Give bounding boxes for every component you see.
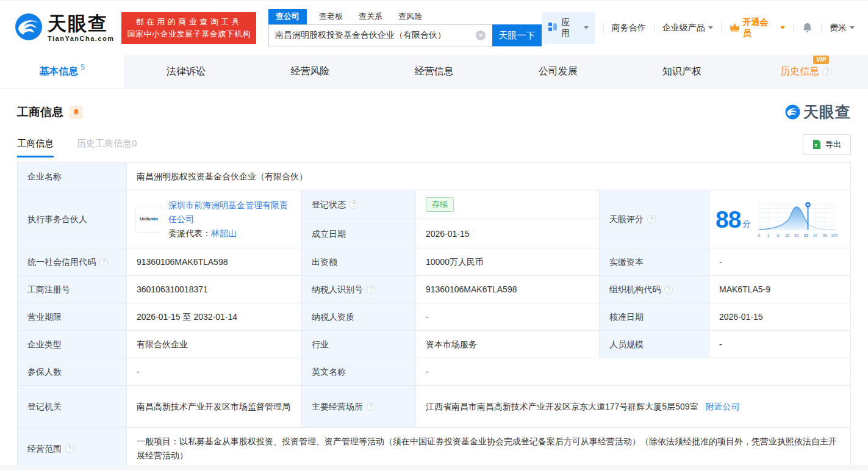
tianyancha-logo[interactable]: 天眼查 TianYanCha.com <box>15 13 114 43</box>
partner-logo[interactable]: Unilumin <box>135 206 162 233</box>
english-name-value: - <box>416 358 850 385</box>
insured-count-value: - <box>127 358 302 385</box>
help-icon[interactable] <box>367 285 375 294</box>
search-button[interactable]: 天眼一下 <box>492 24 542 46</box>
table-row: 企业类型 有限合伙企业 行业 资本市场服务 人员规模 - <box>18 331 850 358</box>
apps-menu[interactable]: 应用 <box>542 12 595 44</box>
search-tab-relation[interactable]: 查关系 <box>359 11 382 24</box>
main-content: 工商信息 天眼查 工商信息 历史工商信息0 x 导出 <box>0 102 868 470</box>
taxpayer-id-label: 纳税人识别号 <box>302 276 416 303</box>
open-vip-menu[interactable]: 开通会员 <box>730 17 786 39</box>
tab-legal-litigation[interactable]: 法律诉讼 <box>124 55 248 88</box>
tab-basic-info[interactable]: 基本信息 5 <box>0 55 124 88</box>
established-date-value: 2026-01-15 <box>416 219 600 248</box>
tianyan-score-label: 天眼评分 <box>600 190 709 248</box>
business-cooperation-link[interactable]: 商务合作 <box>612 23 646 34</box>
svg-text:85: 85 <box>804 233 809 237</box>
taxpayer-quality-value: - <box>416 303 600 330</box>
logo-title: 天眼查 <box>48 14 114 34</box>
executive-partner-cell: Unilumin 深圳市前海洲明基金管理有限责任公司 委派代表：林韶山 <box>127 190 302 248</box>
status-badge: 存续 <box>426 197 454 212</box>
taxpayer-quality-label: 纳税人资质 <box>302 303 416 330</box>
logo-subtitle: TianYanCha.com <box>48 35 114 42</box>
svg-text:50: 50 <box>795 233 800 237</box>
taxpayer-id-value: 91360106MAK6TLA598 <box>416 276 600 303</box>
tab-operation-risk[interactable]: 经营风险 <box>248 55 372 88</box>
representative-label: 委派代表： <box>168 228 211 238</box>
search-tabs: 查公司 查老板 查关系 查风险 <box>268 9 542 24</box>
subtab-history-business-info[interactable]: 历史工商信息0 <box>77 138 137 157</box>
help-icon[interactable] <box>664 285 673 294</box>
export-button[interactable]: x 导出 <box>803 134 851 155</box>
tab-history-info-label: 历史信息 <box>780 66 819 76</box>
apps-label: 应用 <box>561 17 576 39</box>
tab-intellectual-property-label: 知识产权 <box>662 65 701 78</box>
vip-badge: VIP <box>813 56 829 64</box>
score-distribution-chart: 0 1 3 15 50 85 97 99 100 <box>753 199 839 239</box>
help-icon[interactable] <box>350 200 358 209</box>
business-scope-value: 一般项目：以私募基金从事股权投资、投资管理、资产管理等活动（须在中国证券投资基金… <box>127 428 850 469</box>
tab-basic-info-count: 5 <box>81 63 85 71</box>
app-grid-icon <box>548 23 557 33</box>
org-code-value: MAK6TLA5-9 <box>709 276 850 303</box>
user-menu[interactable]: 费米 <box>830 23 855 34</box>
subtab-business-info[interactable]: 工商信息 <box>17 138 54 157</box>
staff-size-value: - <box>709 331 850 358</box>
search-tab-boss[interactable]: 查老板 <box>319 11 343 24</box>
promo-banner-line1: 都在用的商业查询工具 <box>127 16 251 28</box>
tab-company-development[interactable]: 公司发展 <box>496 55 620 88</box>
company-name-label: 企业名称 <box>18 163 127 190</box>
approval-date-value: 2026-01-15 <box>709 303 850 330</box>
header-nav: 应用 商务合作 企业级产品 开通会员 <box>542 12 855 44</box>
tab-operation-info[interactable]: 经营信息 <box>372 55 496 88</box>
score-value: 88 <box>716 208 741 231</box>
registration-status-label: 登记状态 <box>302 190 416 219</box>
svg-text:1: 1 <box>767 233 770 237</box>
insured-count-label: 参保人数 <box>18 358 127 385</box>
search-area: 查公司 查老板 查关系 查风险 ✕ 天眼一下 <box>268 9 542 46</box>
svg-text:97: 97 <box>814 233 819 237</box>
tab-intellectual-property[interactable]: 知识产权 <box>620 55 744 88</box>
svg-text:100: 100 <box>831 233 838 237</box>
promo-banner-line2: 国家中小企业发展子基金旗下机构 <box>127 28 251 40</box>
help-icon[interactable] <box>99 258 108 266</box>
credit-code-label: 统一社会信用代码 <box>18 248 127 275</box>
tianyancha-watermark-icon <box>785 104 800 120</box>
table-row: 统一社会信用代码 91360106MAK6TLA598 出资额 10000万人民… <box>18 248 850 276</box>
help-icon[interactable] <box>367 402 375 411</box>
partner-company-link[interactable]: 深圳市前海洲明基金管理有限责任公司 <box>168 200 288 224</box>
org-code-label: 组织机构代码 <box>600 276 709 303</box>
bell-icon <box>802 22 813 34</box>
tab-company-development-label: 公司发展 <box>539 65 578 78</box>
registry-authority-value: 南昌高新技术产业开发区市场监督管理局 <box>127 386 302 427</box>
excel-icon: x <box>812 140 821 150</box>
enterprise-products-menu[interactable]: 企业级产品 <box>662 23 713 34</box>
business-address-label: 主要经营场所 <box>302 386 416 427</box>
tab-history-info[interactable]: 历史信息 VIP <box>744 55 868 88</box>
help-icon[interactable] <box>823 67 831 76</box>
svg-text:3: 3 <box>777 233 780 237</box>
subscribe-alert-button[interactable] <box>70 106 83 119</box>
divider <box>721 23 722 33</box>
notification-bell[interactable] <box>802 22 813 34</box>
enterprise-products-label: 企业级产品 <box>662 23 705 34</box>
business-address-value: 江西省南昌市南昌高新技术产业开发区京东大道177号群辉大厦5层509室 <box>426 400 698 413</box>
help-icon[interactable] <box>647 215 656 223</box>
search-tab-company[interactable]: 查公司 <box>268 9 307 24</box>
industry-value: 资本市场服务 <box>416 331 600 358</box>
representative-link[interactable]: 林韶山 <box>211 228 237 238</box>
divider <box>654 23 655 33</box>
help-icon[interactable] <box>65 444 74 453</box>
nearby-companies-link[interactable]: 附近公司 <box>706 400 740 413</box>
search-input[interactable] <box>268 24 492 46</box>
chevron-down-icon <box>708 26 713 29</box>
table-row: 营业期限 2026-01-15 至 2032-01-14 纳税人资质 - 核准日… <box>18 303 850 331</box>
company-type-label: 企业类型 <box>18 331 127 358</box>
search-tab-risk[interactable]: 查风险 <box>398 11 422 24</box>
watermark-text: 天眼查 <box>803 102 851 122</box>
established-date-label: 成立日期 <box>302 219 416 248</box>
chevron-down-icon <box>780 26 785 29</box>
tab-basic-info-label: 基本信息 <box>39 65 78 78</box>
score-unit: 分 <box>742 217 750 231</box>
clear-search-icon[interactable]: ✕ <box>476 31 486 40</box>
